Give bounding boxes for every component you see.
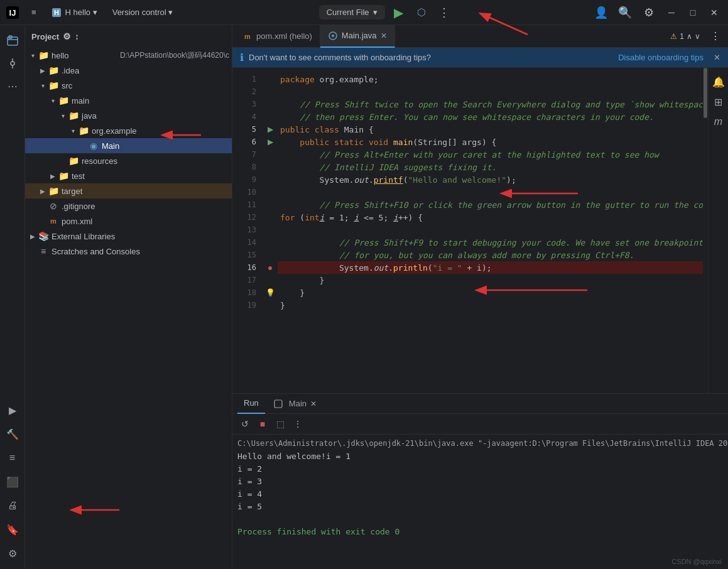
account-icon[interactable]: 👤 — [592, 4, 610, 21]
settings-icon[interactable]: ⚙ — [640, 4, 658, 21]
stop-button[interactable]: ■ — [255, 416, 270, 431]
sidebar-settings-icon[interactable]: ⚙ — [63, 31, 71, 41]
breakpoint-16[interactable]: ● — [263, 261, 278, 274]
run-gutter-5[interactable]: ▶ — [263, 123, 278, 136]
code-editor[interactable]: package org.example; // Press Shift twic… — [278, 68, 703, 393]
bulb-18[interactable]: 💡 — [263, 286, 278, 299]
tree-item-main-dir[interactable]: ▾ 📁 main — [25, 93, 232, 108]
bottom-tab-run[interactable]: Run — [237, 394, 265, 414]
line-num-14: 14 — [232, 236, 263, 249]
project-selector[interactable]: H H hello ▾ — [45, 5, 104, 20]
folder-icon: 📁 — [68, 155, 79, 166]
editor-scrollbar[interactable] — [703, 68, 708, 393]
line-num-9: 9 — [232, 173, 263, 186]
window-controls: ─ □ ✕ — [663, 4, 723, 21]
code-line-14: // Press Shift+F9 to start debugging you… — [278, 236, 703, 249]
run-button[interactable]: ▶ — [390, 4, 408, 21]
main-tab-close[interactable]: ✕ — [310, 399, 317, 408]
gutter-8 — [263, 161, 278, 173]
info-icon: ℹ — [240, 51, 244, 63]
close-button[interactable]: ✕ — [705, 4, 723, 21]
vcs-menu[interactable]: Version control ▾ — [106, 5, 180, 19]
hamburger-menu[interactable]: ≡ — [25, 5, 43, 19]
gutter-12 — [263, 211, 278, 224]
editor-more-icon[interactable]: ⋮ — [710, 30, 720, 42]
tree-item-target[interactable]: ▶ 📁 target — [25, 183, 232, 198]
console-line-5: i = 5 — [237, 500, 723, 512]
line-num-7: 7 — [232, 148, 263, 161]
settings-tool-button[interactable]: ⚙ — [2, 543, 23, 564]
titlebar-actions: 👤 🔍 ⚙ — [592, 4, 658, 21]
tab-close-button[interactable]: ✕ — [381, 31, 387, 40]
main-tab-label: Main — [289, 399, 307, 408]
svg-point-6 — [11, 62, 14, 65]
build-tool-button[interactable]: 🔨 — [2, 423, 23, 445]
bookmark-tool-button[interactable]: 🔖 — [2, 519, 23, 540]
maximize-button[interactable]: □ — [684, 4, 702, 21]
tree-item-java-dir[interactable]: ▾ 📁 java — [25, 108, 232, 123]
sidebar-expand-icon[interactable]: ↕ — [75, 31, 79, 41]
code-line-10 — [278, 186, 703, 198]
run-gutter-6[interactable]: ▶ — [263, 136, 278, 148]
tree-item-pom-xml[interactable]: ▶ m pom.xml — [25, 214, 232, 229]
tree-label: .gitignore — [62, 202, 229, 211]
search-icon[interactable]: 🔍 — [616, 4, 634, 21]
console-line-1: Hello and welcome!i = 1 — [237, 450, 723, 462]
line-num-13: 13 — [232, 224, 263, 236]
warning-badge: ⚠ 1 ∧ ∨ — [665, 31, 705, 42]
tree-item-scratches[interactable]: ▶ ≡ Scratches and Consoles — [25, 244, 232, 259]
more-actions-button[interactable]: ⋮ — [435, 4, 453, 21]
folder-icon: 📁 — [58, 170, 69, 182]
layers-icon[interactable]: ⊞ — [710, 93, 727, 111]
svg-text:IJ: IJ — [9, 8, 16, 18]
tree-item-main-java[interactable]: ▶ ◉ Main — [25, 138, 232, 153]
tree-arrow: ▶ — [38, 65, 48, 75]
notification-action-button[interactable]: Disable onboarding tips — [618, 53, 704, 62]
attribution: CSDN @qqxinxi — [671, 558, 722, 565]
tab-main-java[interactable]: Main.java ✕ — [320, 25, 395, 48]
tree-item-test[interactable]: ▶ 📁 test — [25, 168, 232, 183]
tree-item-idea[interactable]: ▶ 📁 .idea — [25, 63, 232, 78]
project-tool-button[interactable] — [2, 30, 23, 51]
tree-item-src[interactable]: ▾ 📁 src — [25, 78, 232, 93]
rerun-button[interactable]: ↺ — [237, 416, 253, 431]
tab-pom-xml[interactable]: m pom.xml (hello) — [235, 25, 320, 48]
run-tool-button[interactable]: ▶ — [2, 399, 23, 421]
italic-m-icon: m — [710, 113, 727, 131]
tree-item-external-libs[interactable]: ▶ 📚 External Libraries — [25, 229, 232, 244]
folder-icon: 📁 — [48, 80, 59, 91]
current-file-selector[interactable]: Current File ▾ — [319, 5, 385, 19]
scrollbar-thumb[interactable] — [704, 68, 707, 118]
debug-button[interactable]: ⬡ — [413, 4, 430, 21]
line-num-16: 16 — [232, 261, 263, 274]
code-line-3: // Press Shift twice to open the Search … — [278, 98, 703, 111]
tree-item-hello[interactable]: ▾ 📁 hello D:\APPstation\book\源码44620\c — [25, 48, 232, 63]
more-options-button[interactable]: ⋮ — [290, 416, 305, 431]
bottom-tab-main[interactable]: Main ✕ — [268, 394, 323, 414]
folder-icon: 📁 — [38, 50, 49, 61]
tree-arrow: ▶ — [58, 156, 68, 166]
svg-rect-11 — [274, 400, 282, 408]
tree-item-gitignore[interactable]: ▶ ⊘ .gitignore — [25, 198, 232, 214]
tree-item-resources[interactable]: ▶ 📁 resources — [25, 153, 232, 168]
console-line-3: i = 3 — [237, 475, 723, 487]
code-line-18: } — [278, 286, 703, 299]
tree-arrow: ▾ — [48, 95, 58, 106]
terminal-tool-button[interactable]: ⬛ — [2, 471, 23, 492]
console-line-0: C:\Users\Administrator\.jdks\openjdk-21\… — [237, 437, 723, 450]
folder-icon: 📁 — [58, 95, 69, 106]
notifications-icon[interactable]: 🔔 — [710, 73, 727, 90]
minimize-button[interactable]: ─ — [663, 4, 680, 21]
list-tool-button[interactable]: ≡ — [2, 447, 23, 469]
gutter-7 — [263, 148, 278, 161]
bottom-toolbar: ↺ ■ ⬚ ⋮ — [232, 414, 728, 435]
commit-tool-button[interactable] — [2, 53, 23, 74]
notification-close-button[interactable]: ✕ — [714, 53, 720, 62]
print-tool-button[interactable]: 🖨 — [2, 495, 23, 516]
code-line-4: // then press Enter. You can now see whi… — [278, 111, 703, 123]
more-tool-button[interactable]: ⋯ — [2, 75, 23, 97]
tree-item-org-example[interactable]: ▾ 📁 org.example — [25, 123, 232, 138]
restore-layout-button[interactable]: ⬚ — [273, 416, 288, 431]
xml-file-icon: m — [48, 215, 59, 227]
gutter-4 — [263, 111, 278, 123]
